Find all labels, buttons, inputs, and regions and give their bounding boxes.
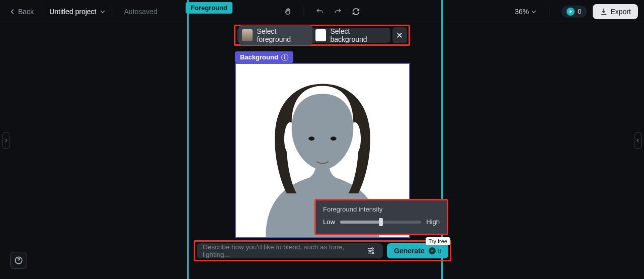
autosaved-status: Autosaved (124, 8, 157, 16)
export-button[interactable]: Export (593, 4, 638, 19)
svg-point-5 (372, 252, 374, 254)
svg-point-2 (331, 136, 337, 141)
divider (549, 7, 549, 17)
back-button[interactable]: Back (6, 6, 37, 18)
svg-point-1 (308, 136, 314, 141)
undo-button[interactable] (315, 7, 325, 16)
select-foreground-button[interactable]: Select foreground (239, 25, 312, 45)
try-free-badge: Try free (426, 237, 451, 245)
intensity-slider[interactable] (340, 221, 421, 224)
redo-icon (334, 8, 342, 16)
prompt-placeholder: Describe how you'd like to blend, such a… (203, 243, 364, 258)
divider (112, 7, 112, 17)
prompt-bar: Describe how you'd like to blend, such a… (194, 240, 451, 261)
undo-icon (316, 8, 324, 16)
generate-button[interactable]: Generate 0 Try free (387, 243, 448, 258)
selection-bar-inner: Select foreground Select background (237, 28, 390, 43)
selection-bar: Select foreground Select background (234, 25, 410, 46)
background-pill-label: Background (240, 53, 278, 61)
refresh-icon (352, 8, 360, 16)
mode-pill: Foreground (186, 2, 232, 14)
redo-button[interactable] (334, 7, 343, 16)
zoom-value: 36% (515, 8, 529, 16)
chevron-right-icon (4, 138, 9, 143)
play-icon (430, 249, 434, 253)
info-icon: i (281, 54, 288, 61)
select-background-button[interactable]: Select background (312, 25, 388, 45)
divider (304, 7, 304, 17)
background-pill[interactable]: Background i (235, 51, 293, 63)
close-selection-button[interactable] (392, 27, 407, 43)
select-foreground-label: Select foreground (257, 27, 306, 43)
chevron-down-icon (100, 9, 106, 15)
hand-icon (284, 8, 292, 16)
divider (43, 7, 43, 17)
generate-cost: 0 (429, 247, 441, 255)
chevron-left-icon (635, 138, 640, 143)
right-tools: 36% 0 Export (515, 4, 638, 19)
background-thumb (315, 29, 326, 41)
help-button[interactable] (10, 252, 27, 269)
intensity-high-label: High (426, 218, 440, 226)
zoom-dropdown[interactable]: 36% (515, 8, 537, 16)
credit-count: 0 (578, 8, 581, 15)
close-icon (396, 32, 403, 39)
chevron-left-icon (9, 8, 16, 15)
download-icon (600, 8, 608, 16)
play-icon (568, 9, 573, 14)
project-name-dropdown[interactable]: Untitled project (49, 8, 105, 16)
project-name-text: Untitled project (49, 8, 96, 16)
sliders-icon (366, 246, 375, 255)
refresh-button[interactable] (352, 7, 361, 16)
svg-point-4 (369, 250, 371, 252)
coin-icon (429, 247, 436, 254)
intensity-low-label: Low (323, 218, 335, 226)
back-label: Back (18, 8, 34, 16)
credit-chip[interactable]: 0 (561, 6, 586, 18)
export-label: Export (611, 8, 631, 16)
topbar: Back Untitled project Autosaved 36% (0, 0, 644, 23)
svg-point-3 (371, 248, 373, 249)
intensity-slider-thumb[interactable] (379, 218, 383, 226)
select-background-label: Select background (330, 27, 382, 43)
generate-label: Generate (394, 247, 425, 255)
prompt-input[interactable]: Describe how you'd like to blend, such a… (197, 243, 383, 258)
prompt-settings-button[interactable] (364, 244, 377, 257)
generate-cost-value: 0 (438, 247, 441, 255)
help-icon (14, 256, 23, 265)
intensity-panel: Foreground intensity Low High (314, 199, 448, 235)
expand-left-handle[interactable] (2, 132, 10, 149)
intensity-title: Foreground intensity (323, 205, 440, 213)
hand-tool-button[interactable] (284, 7, 293, 16)
intensity-slider-fill (340, 221, 381, 224)
intensity-row: Low High (323, 218, 440, 226)
credit-icon (567, 8, 575, 16)
chevron-down-icon (531, 9, 537, 15)
expand-right-handle[interactable] (634, 132, 642, 149)
foreground-thumb (242, 29, 253, 41)
center-tools (284, 0, 361, 23)
